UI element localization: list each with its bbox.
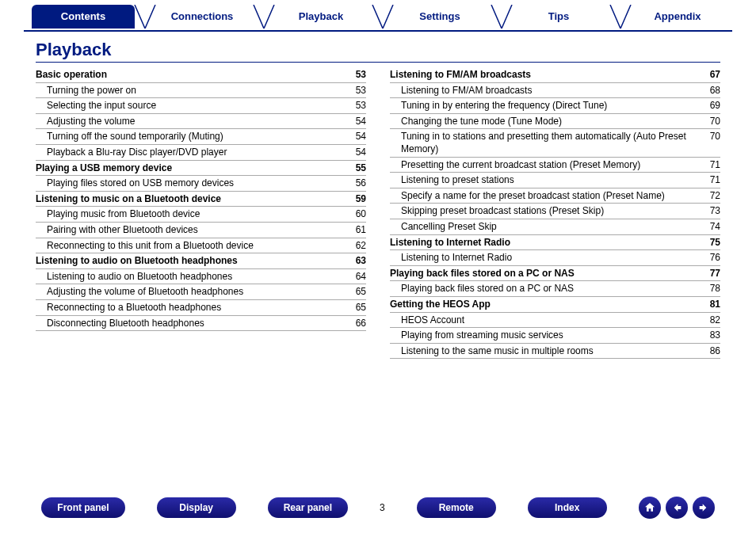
page-number: 3 [380, 502, 385, 513]
toc-label: Presetting the current broadcast station… [390, 159, 647, 172]
page-title: Playback [36, 40, 720, 63]
toc-entry[interactable]: Listening to FM/AM broadcasts68 [390, 83, 720, 99]
toc-entry[interactable]: Skipping preset broadcast stations (Pres… [390, 204, 720, 219]
toc-entry[interactable]: Playing back files stored on a PC or NAS… [390, 281, 720, 297]
tab-tips[interactable]: Tips [507, 5, 610, 29]
toc-entry[interactable]: Playback a Blu-ray Disc player/DVD playe… [36, 145, 366, 161]
toc-entry[interactable]: Selecting the input source53 [36, 98, 366, 114]
toc-entry[interactable]: HEOS Account82 [390, 313, 720, 329]
home-icon [643, 501, 656, 514]
toc-entry[interactable]: Reconnecting to a Bluetooth headphones65 [36, 300, 366, 316]
toc-label: Turning the power on [36, 85, 143, 97]
toc-label: Skipping preset broadcast stations (Pres… [390, 205, 610, 218]
toc-entry[interactable]: Tuning in to stations and presetting the… [390, 129, 720, 157]
toc-section[interactable]: Playing a USB memory device55 [36, 161, 366, 177]
toc-page: 64 [356, 271, 366, 284]
toc-label: Reconnecting to a Bluetooth headphones [36, 302, 227, 314]
toc-label: Playing files stored on USB memory devic… [36, 177, 240, 190]
toc-entry[interactable]: Reconnecting to this unit from a Bluetoo… [36, 238, 366, 254]
tab-contents[interactable]: Contents [32, 5, 135, 29]
home-button[interactable] [639, 497, 661, 519]
toc-page: 72 [710, 190, 720, 203]
toc-section[interactable]: Basic operation53 [36, 67, 366, 83]
toc-entry[interactable]: Listening to audio on Bluetooth headphon… [36, 269, 366, 285]
toc-page: 55 [356, 162, 366, 175]
toc-label: Getting the HEOS App [390, 299, 497, 311]
rear-panel-button[interactable]: Rear panel [268, 497, 348, 518]
toc-page: 53 [356, 69, 366, 82]
toc-entry[interactable]: Changing the tune mode (Tune Mode)70 [390, 114, 720, 130]
toc-label: Playing back files stored on a PC or NAS [390, 268, 581, 280]
toc-section[interactable]: Listening to FM/AM broadcasts67 [390, 67, 720, 83]
toc-page: 54 [356, 147, 366, 159]
toc-label: Adjusting the volume [36, 116, 141, 128]
toc-label: Cancelling Preset Skip [390, 221, 503, 234]
toc-label: Reconnecting to this unit from a Bluetoo… [36, 240, 260, 253]
toc-page: 73 [710, 205, 720, 218]
toc-entry[interactable]: Turning off the sound temporarily (Mutin… [36, 129, 366, 145]
toc-section[interactable]: Listening to Internet Radio75 [390, 235, 720, 251]
toc-entry[interactable]: Specify a name for the preset broadcast … [390, 188, 720, 204]
toc-entry[interactable]: Listening to preset stations71 [390, 173, 720, 188]
toc-label: Playback a Blu-ray Disc player/DVD playe… [36, 147, 233, 159]
toc-label: Listening to preset stations [390, 174, 521, 187]
toc-label: Listening to Internet Radio [390, 237, 517, 249]
toc-label: Turning off the sound temporarily (Mutin… [36, 131, 230, 143]
toc-page: 69 [710, 100, 720, 112]
toc-page: 54 [356, 116, 366, 128]
toc-page: 56 [356, 177, 366, 190]
front-panel-button[interactable]: Front panel [41, 497, 124, 518]
toc-label: Listening to FM/AM broadcasts [390, 85, 538, 97]
toc-page: 71 [710, 159, 720, 172]
toc-page: 63 [356, 255, 366, 268]
toc-page: 75 [710, 237, 720, 249]
toc-entry[interactable]: Listening to Internet Radio76 [390, 250, 720, 266]
toc-page: 65 [356, 302, 366, 314]
tab-appendix[interactable]: Appendix [626, 5, 729, 29]
toc-entry[interactable]: Playing music from Bluetooth device60 [36, 207, 366, 223]
toc-section[interactable]: Playing back files stored on a PC or NAS… [390, 266, 720, 282]
toc-entry[interactable]: Pairing with other Bluetooth devices61 [36, 223, 366, 238]
toc-section[interactable]: Listening to audio on Bluetooth headphon… [36, 253, 366, 269]
toc-page: 81 [710, 299, 720, 311]
display-button[interactable]: Display [157, 497, 236, 518]
tab-connections[interactable]: Connections [151, 5, 254, 29]
toc-section[interactable]: Getting the HEOS App81 [390, 297, 720, 313]
toc-section[interactable]: Listening to music on a Bluetooth device… [36, 192, 366, 207]
toc-entry[interactable]: Adjusting the volume54 [36, 114, 366, 130]
toc-column-right: Listening to FM/AM broadcasts67Listening… [390, 67, 720, 359]
tab-playback[interactable]: Playback [269, 5, 372, 29]
toc-page: 78 [710, 283, 720, 295]
toc-label: Listening to music on a Bluetooth device [36, 193, 227, 206]
toc-entry[interactable]: Presetting the current broadcast station… [390, 158, 720, 173]
toc-label: Changing the tune mode (Tune Mode) [390, 116, 568, 128]
toc-entry[interactable]: Listening to the same music in multiple … [390, 344, 720, 360]
toc-entry[interactable]: Playing from streaming music services83 [390, 328, 720, 344]
toc-column-left: Basic operation53Turning the power on53S… [36, 67, 366, 359]
toc-label: Pairing with other Bluetooth devices [36, 224, 204, 237]
toc-label: Listening to audio on Bluetooth headphon… [36, 271, 239, 284]
toc-label: Tuning in to stations and presetting the… [390, 131, 710, 155]
tab-settings[interactable]: Settings [388, 5, 491, 29]
toc-page: 59 [356, 193, 366, 206]
toc-page: 82 [710, 314, 720, 327]
toc-page: 83 [710, 329, 720, 342]
toc-entry[interactable]: Tuning in by entering the frequency (Dir… [390, 98, 720, 114]
toc-page: 86 [710, 345, 720, 358]
toc-page: 77 [710, 268, 720, 280]
toc-label: Playing music from Bluetooth device [36, 208, 206, 221]
arrow-left-icon [670, 501, 683, 514]
prev-page-button[interactable] [666, 497, 688, 519]
toc-page: 66 [356, 318, 366, 330]
tab-bar: Contents Connections Playback Settings T… [24, 5, 732, 32]
remote-button[interactable]: Remote [417, 497, 496, 518]
index-button[interactable]: Index [528, 497, 607, 518]
toc-entry[interactable]: Turning the power on53 [36, 83, 366, 99]
toc-entry[interactable]: Disconnecting Bluetooth headphones66 [36, 316, 366, 332]
toc-label: Selecting the input source [36, 100, 162, 112]
toc-entry[interactable]: Playing files stored on USB memory devic… [36, 176, 366, 192]
next-page-button[interactable] [693, 497, 715, 519]
toc-label: Specify a name for the preset broadcast … [390, 190, 671, 203]
toc-entry[interactable]: Adjusting the volume of Bluetooth headph… [36, 284, 366, 300]
toc-entry[interactable]: Cancelling Preset Skip74 [390, 219, 720, 235]
